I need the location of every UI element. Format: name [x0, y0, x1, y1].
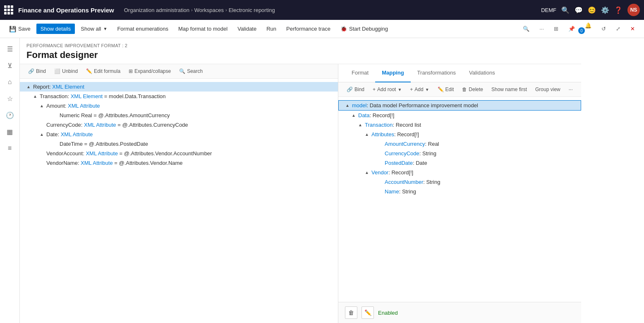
format-enumerations-button[interactable]: Format enumerations — [113, 24, 172, 34]
toolbar-layout-button[interactable]: ⊞ — [550, 24, 563, 34]
topbar-right: DEMF 🔍 💬 😊 ⚙️ ❓ NS — [541, 4, 640, 16]
sidebar-home[interactable]: ⌂ — [2, 75, 17, 89]
right-tree-row[interactable]: ▲ Transaction: Record list — [338, 120, 581, 130]
right-tree-row[interactable]: PostedDate: Date — [338, 158, 581, 168]
right-tree-row[interactable]: CurrencyCode: String — [338, 149, 581, 158]
comment-icon[interactable]: 💬 — [575, 6, 583, 14]
toolbar-search-button[interactable]: 🔍 — [519, 24, 534, 34]
add-root-button[interactable]: + Add root ▼ — [369, 85, 405, 94]
sidebar-star[interactable]: ☆ — [2, 91, 17, 106]
right-panel: Format Mapping Transformations Validatio… — [338, 64, 581, 323]
toggle-icon: ▲ — [40, 104, 46, 108]
nav-er[interactable]: Electronic reporting — [229, 7, 275, 13]
tree-row[interactable]: Numeric Real = @.Attributes.AmountCurren… — [20, 111, 338, 120]
tree-row[interactable]: CurrencyCode: XML Attribute = @.Attribut… — [20, 120, 338, 130]
tree-row[interactable]: ▲ Report: XML Element — [20, 82, 338, 92]
map-format-to-model-button[interactable]: Map format to model — [174, 24, 232, 34]
tab-validations[interactable]: Validations — [462, 64, 502, 82]
search-icon: 🔍 — [179, 68, 185, 74]
tree-row[interactable]: ▲ Date: XML Attribute — [20, 130, 338, 139]
show-name-first-button[interactable]: Show name first — [488, 85, 530, 94]
edit-formula-button[interactable]: ✏️ Edit formula — [83, 67, 124, 76]
nav-workspaces[interactable]: Workspaces — [194, 7, 224, 13]
unbind-button[interactable]: ⬜ Unbind — [51, 67, 81, 76]
performance-trace-button[interactable]: Performance trace — [282, 24, 335, 34]
tree-row[interactable]: ▲ Amount: XML Attribute — [20, 101, 338, 111]
toolbar-pin-button[interactable]: 📌 — [564, 24, 579, 34]
tabs-bar: Format Mapping Transformations Validatio… — [338, 64, 581, 82]
notification-badge: 0 — [578, 27, 585, 34]
search-button-left[interactable]: 🔍 Search — [176, 67, 206, 76]
emoji-icon[interactable]: 😊 — [588, 6, 596, 14]
toolbar-close-button[interactable]: ✕ — [626, 24, 639, 34]
settings-icon[interactable]: ⚙️ — [601, 6, 609, 14]
tree-row[interactable]: ▲ Transaction: XML Element = model.Data.… — [20, 92, 338, 101]
sidebar-grid[interactable]: ▦ — [2, 124, 17, 139]
expand-collapse-button[interactable]: ⊞ Expand/collapse — [125, 67, 174, 76]
expand-icon: ⊞ — [129, 68, 133, 74]
group-view-button[interactable]: Group view — [532, 85, 564, 94]
tree-row[interactable]: VendorName: XML Attribute = @.Attributes… — [20, 158, 338, 168]
left-panel-toolbar: 🔗 Bind ⬜ Unbind ✏️ Edit formula ⊞ Expand… — [20, 64, 338, 79]
chevron-down-icon: ▼ — [425, 87, 429, 92]
validate-button[interactable]: Validate — [233, 24, 261, 34]
right-tree-row[interactable]: ▲ Data: Record[!] — [338, 111, 581, 120]
main-area: PERFORMANCE IMPROVEMENT FORMAT : 2 Forma… — [20, 38, 581, 323]
apps-icon[interactable] — [4, 5, 13, 14]
toggle-icon: ▲ — [365, 132, 371, 137]
toggle-icon: ▲ — [26, 84, 33, 89]
toolbar-expand-button[interactable]: ⤢ — [612, 24, 625, 34]
start-debugging-button[interactable]: 🐞 Start Debugging — [336, 24, 392, 34]
page-header: PERFORMANCE IMPROVEMENT FORMAT : 2 Forma… — [20, 38, 581, 64]
breadcrumb: PERFORMANCE IMPROVEMENT FORMAT : 2 — [26, 43, 575, 48]
edit-status-button[interactable]: ✏️ — [362, 306, 374, 319]
save-button[interactable]: 💾 Save — [5, 24, 35, 34]
sidebar-hamburger[interactable]: ☰ — [2, 41, 17, 56]
tab-transformations[interactable]: Transformations — [411, 64, 462, 82]
delete-status-button[interactable]: 🗑 — [345, 306, 357, 319]
toolbar-refresh-button[interactable]: ↺ — [597, 24, 610, 34]
tab-format[interactable]: Format — [345, 64, 375, 82]
bind-icon: 🔗 — [28, 68, 34, 74]
user-avatar[interactable]: NS — [627, 4, 640, 16]
right-tree-row[interactable]: AmountCurrency: Real — [338, 139, 581, 149]
show-details-button[interactable]: Show details — [36, 24, 75, 34]
delete-button[interactable]: 🗑 Delete — [459, 85, 486, 94]
nav-org[interactable]: Organization administration — [124, 7, 189, 13]
edit-button[interactable]: ✏️ Edit — [434, 85, 457, 94]
sidebar-filter[interactable]: ⊻ — [2, 58, 17, 73]
toolbar-badge-container: 🔔 0 — [581, 20, 596, 37]
topbar: Finance and Operations Preview Organizat… — [0, 0, 644, 20]
nav-sep-1: › — [191, 7, 193, 12]
right-tree-row[interactable]: AccountNumber: String — [338, 177, 581, 187]
content-split: 🔗 Bind ⬜ Unbind ✏️ Edit formula ⊞ Expand… — [20, 64, 581, 323]
tree-row[interactable]: VendorAccount: XML Attribute = @.Attribu… — [20, 149, 338, 158]
show-all-button[interactable]: Show all ▼ — [77, 24, 111, 34]
mapping-bind-button[interactable]: 🔗 Bind — [343, 85, 368, 94]
delete-icon: 🗑 — [348, 309, 354, 316]
nav-sep-2: › — [225, 7, 227, 12]
delete-icon: 🗑 — [462, 87, 467, 92]
sidebar-list[interactable]: ≡ — [2, 141, 17, 156]
run-button[interactable]: Run — [262, 24, 280, 34]
save-icon: 💾 — [9, 26, 16, 32]
tab-mapping[interactable]: Mapping — [375, 64, 410, 82]
bind-button[interactable]: 🔗 Bind — [25, 67, 49, 76]
toolbar-more-button[interactable]: ··· — [535, 24, 548, 34]
right-tree-row[interactable]: ▲ Attributes: Record[!] — [338, 130, 581, 139]
tree-row[interactable]: DateTime = @.Attributes.PostedDate — [20, 139, 338, 149]
add-button[interactable]: + Add ▼ — [407, 85, 432, 94]
right-tree-row[interactable]: ▲ Vendor: Record[!] — [338, 168, 581, 177]
sidebar-clock[interactable]: 🕐 — [2, 108, 17, 123]
right-bottom-status: 🗑 ✏️ Enabled — [338, 302, 581, 323]
help-icon[interactable]: ❓ — [614, 6, 622, 14]
search-icon[interactable]: 🔍 — [561, 6, 570, 14]
bind-icon: 🔗 — [347, 87, 353, 92]
app-title: Finance and Operations Preview — [18, 7, 114, 14]
mapping-more-button[interactable]: ··· — [565, 85, 576, 94]
toggle-icon: ▲ — [352, 113, 358, 118]
debug-icon: 🐞 — [340, 26, 347, 32]
status-enabled: Enabled — [378, 310, 398, 316]
right-tree-row[interactable]: ▲ model: Data model Performance improvem… — [338, 100, 581, 111]
right-tree-row[interactable]: Name: String — [338, 187, 581, 196]
